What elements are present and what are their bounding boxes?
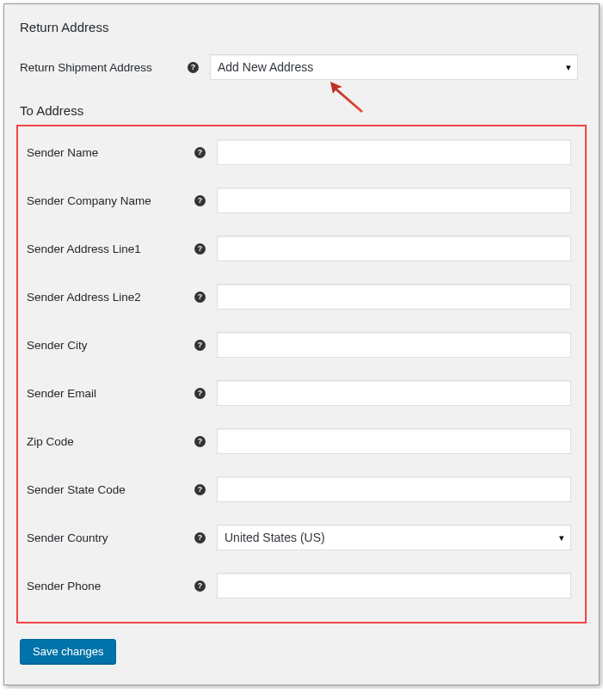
sender-city-row: Sender City ? — [27, 331, 576, 359]
sender-country-label: Sender Country — [27, 531, 194, 544]
return-shipment-label: Return Shipment Address — [20, 61, 188, 74]
highlighted-fields-box: Sender Name ? Sender Company Name ? Send… — [16, 125, 587, 623]
help-icon[interactable]: ? — [194, 243, 206, 255]
help-icon[interactable]: ? — [194, 484, 206, 495]
save-button[interactable]: Save changes — [20, 639, 116, 664]
sender-addr1-row: Sender Address Line1 ? — [27, 235, 576, 262]
help-icon[interactable]: ? — [194, 147, 206, 158]
sender-company-label: Sender Company Name — [27, 194, 194, 207]
sender-company-input[interactable] — [217, 187, 571, 213]
help-icon[interactable]: ? — [194, 388, 206, 399]
sender-phone-label: Sender Phone — [27, 580, 194, 593]
sender-email-row: Sender Email ? — [27, 379, 576, 407]
zip-code-row: Zip Code ? — [27, 427, 576, 455]
return-shipment-select[interactable]: Add New Address — [210, 54, 578, 80]
sender-country-select[interactable]: United States (US) — [217, 525, 571, 550]
help-icon[interactable]: ? — [194, 436, 206, 447]
sender-addr1-input[interactable] — [217, 236, 571, 261]
help-icon[interactable]: ? — [194, 580, 206, 592]
settings-panel: Return Address Return Shipment Address ?… — [3, 3, 600, 685]
sender-addr2-input[interactable] — [217, 284, 571, 310]
sender-addr1-label: Sender Address Line1 — [27, 243, 194, 255]
sender-city-label: Sender City — [27, 339, 194, 352]
return-shipment-row: Return Shipment Address ? Add New Addres… — [20, 53, 583, 81]
sender-name-row: Sender Name ? — [27, 138, 576, 166]
help-icon[interactable]: ? — [194, 532, 206, 543]
sender-addr2-label: Sender Address Line2 — [27, 291, 194, 304]
sender-phone-input[interactable] — [217, 573, 571, 599]
sender-state-label: Sender State Code — [27, 483, 194, 496]
help-icon[interactable]: ? — [188, 62, 199, 73]
sender-state-input[interactable] — [217, 476, 571, 502]
sender-company-row: Sender Company Name ? — [27, 187, 576, 214]
sender-email-input[interactable] — [217, 380, 571, 406]
help-icon[interactable]: ? — [194, 340, 206, 351]
help-icon[interactable]: ? — [194, 195, 206, 206]
sender-state-row: Sender State Code ? — [27, 476, 576, 503]
help-icon[interactable]: ? — [194, 292, 206, 303]
sender-phone-row: Sender Phone ? — [27, 572, 576, 599]
sender-city-input[interactable] — [217, 332, 571, 358]
to-address-heading: To Address — [20, 103, 583, 118]
sender-addr2-row: Sender Address Line2 ? — [27, 283, 576, 310]
zip-code-label: Zip Code — [27, 435, 194, 448]
sender-email-label: Sender Email — [27, 387, 194, 400]
return-address-heading: Return Address — [20, 20, 583, 34]
zip-code-input[interactable] — [217, 428, 571, 454]
sender-name-input[interactable] — [217, 139, 571, 165]
sender-name-label: Sender Name — [27, 146, 194, 159]
sender-country-row: Sender Country ? United States (US) — [27, 524, 576, 551]
